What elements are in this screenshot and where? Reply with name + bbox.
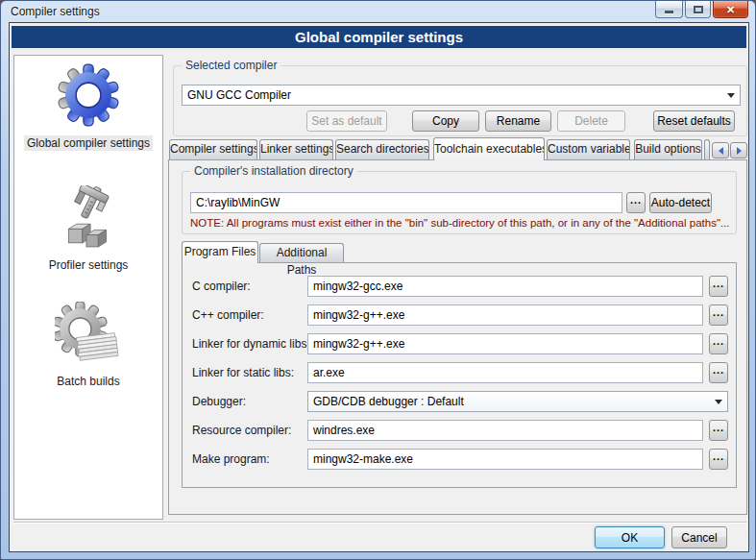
compiler-select-value: GNU GCC Compiler xyxy=(187,88,291,102)
sidebar-item-label: Batch builds xyxy=(54,374,122,389)
installation-directory-group-label: Compiler's installation directory xyxy=(190,164,357,178)
resource-compiler-label: Resource compiler: xyxy=(192,424,291,437)
tab-compiler-settings[interactable]: Compiler settings xyxy=(169,139,257,159)
ok-button[interactable]: OK xyxy=(595,526,665,548)
arrow-right-icon xyxy=(737,147,742,155)
installation-directory-browse-button[interactable]: ... xyxy=(626,192,646,213)
static-linker-browse-button[interactable]: ... xyxy=(709,362,728,383)
sidebar-item-global-compiler-settings[interactable]: Global compiler settings xyxy=(14,63,162,151)
minimize-icon xyxy=(665,11,673,13)
close-icon: ✕ xyxy=(726,2,735,17)
sidebar-item-label: Profiler settings xyxy=(46,257,132,273)
window-title: Compiler settings xyxy=(11,5,100,18)
cpp-compiler-label: C++ compiler: xyxy=(192,308,264,322)
cancel-button[interactable]: Cancel xyxy=(671,526,727,548)
set-as-default-button: Set as default xyxy=(306,110,387,132)
tab-search-directories[interactable]: Search directories xyxy=(335,139,429,159)
gear-stack-icon xyxy=(55,302,122,365)
arrow-left-icon xyxy=(719,147,723,155)
installation-directory-group: Compiler's installation directory ... Au… xyxy=(182,171,737,234)
tab-scroll-right-button[interactable] xyxy=(730,142,747,158)
auto-detect-button[interactable]: Auto-detect xyxy=(649,192,712,213)
sidebar-item-batch-builds[interactable]: Batch builds xyxy=(14,302,162,389)
tab-overflow-partial[interactable] xyxy=(704,139,710,159)
close-button[interactable]: ✕ xyxy=(713,1,748,18)
tab-additional-paths[interactable]: Additional Paths xyxy=(259,243,344,262)
make-program-input[interactable] xyxy=(307,449,703,470)
tab-linker-settings[interactable]: Linker settings xyxy=(259,139,333,159)
static-linker-input[interactable] xyxy=(307,362,703,383)
tab-scroll-left-button[interactable] xyxy=(712,142,729,158)
debugger-select-value: GDB/CDB debugger : Default xyxy=(313,395,464,408)
resource-compiler-input[interactable] xyxy=(307,420,703,441)
make-program-label: Make program: xyxy=(192,452,270,466)
compiler-settings-window: Compiler settings ✕ Global compiler sett… xyxy=(0,0,756,560)
c-compiler-browse-button[interactable]: ... xyxy=(709,276,728,297)
debugger-select[interactable]: GDB/CDB debugger : Default xyxy=(307,391,728,412)
dynamic-linker-browse-button[interactable]: ... xyxy=(709,333,728,354)
installation-directory-input[interactable] xyxy=(190,192,622,213)
tab-build-options[interactable]: Build options xyxy=(634,139,702,159)
program-files-page: C compiler: ... C++ compiler: ... Linker… xyxy=(182,262,737,488)
make-program-browse-button[interactable]: ... xyxy=(709,449,728,470)
maximize-icon xyxy=(694,6,703,13)
blue-gear-icon xyxy=(57,63,120,127)
selected-compiler-group: Selected compiler GNU GCC Compiler Set a… xyxy=(173,65,747,136)
dialog-client-area: Global compiler settings xyxy=(9,22,749,552)
maximize-button[interactable] xyxy=(685,1,711,18)
titlebar[interactable]: Compiler settings ✕ xyxy=(1,1,755,22)
delete-button: Delete xyxy=(557,110,625,132)
debugger-label: Debugger: xyxy=(192,395,246,408)
rename-button[interactable]: Rename xyxy=(485,110,551,132)
tab-toolchain-executables[interactable]: Toolchain executables xyxy=(433,137,545,160)
dynamic-linker-label: Linker for dynamic libs: xyxy=(192,337,310,351)
chevron-down-icon xyxy=(715,400,722,404)
static-linker-label: Linker for static libs: xyxy=(192,366,294,379)
tab-custom-variables[interactable]: Custom variables xyxy=(547,139,630,159)
tab-program-files[interactable]: Program Files xyxy=(182,241,258,263)
copy-button[interactable]: Copy xyxy=(412,110,479,132)
caliper-icon xyxy=(57,185,120,249)
resource-compiler-browse-button[interactable]: ... xyxy=(709,420,728,441)
footer-separator xyxy=(13,522,746,523)
chevron-down-icon xyxy=(727,93,735,98)
toolchain-executables-panel: Compiler's installation directory ... Au… xyxy=(168,159,747,515)
page-title: Global compiler settings xyxy=(12,26,746,48)
compiler-select[interactable]: GNU GCC Compiler xyxy=(182,85,741,106)
cpp-compiler-browse-button[interactable]: ... xyxy=(709,304,728,326)
sidebar-item-label: Global compiler settings xyxy=(24,135,153,151)
minimize-button[interactable] xyxy=(655,1,683,18)
selected-compiler-group-label: Selected compiler xyxy=(182,59,280,72)
window-controls: ✕ xyxy=(655,1,748,18)
settings-category-list: Global compiler settings xyxy=(13,55,163,520)
cpp-compiler-input[interactable] xyxy=(307,304,703,326)
installation-note: NOTE: All programs must exist either in … xyxy=(190,217,730,229)
c-compiler-label: C compiler: xyxy=(192,280,251,293)
c-compiler-input[interactable] xyxy=(307,276,703,297)
reset-defaults-button[interactable]: Reset defaults xyxy=(653,110,735,132)
dynamic-linker-input[interactable] xyxy=(307,333,703,354)
sidebar-item-profiler-settings[interactable]: Profiler settings xyxy=(14,185,162,273)
